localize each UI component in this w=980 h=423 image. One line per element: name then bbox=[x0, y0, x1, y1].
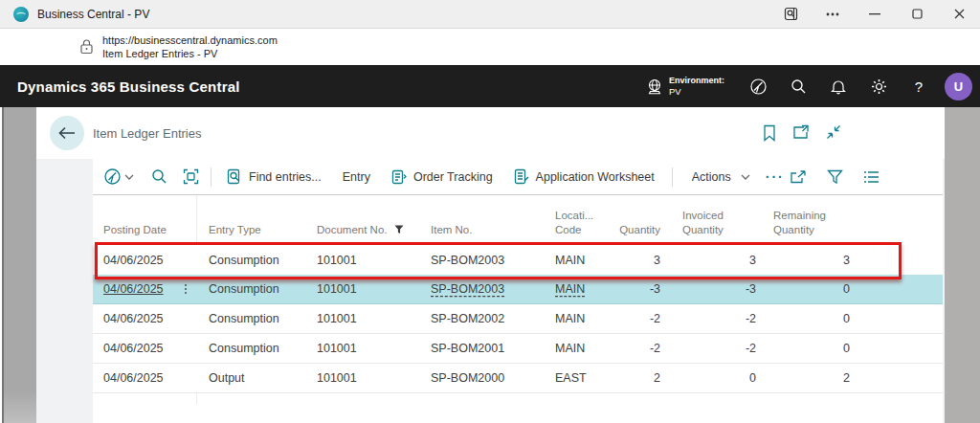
cell-remaining-quantity[interactable]: 0 bbox=[773, 312, 850, 325]
cell-posting-date[interactable]: 04/06/2025 bbox=[103, 254, 164, 267]
cell-posting-date[interactable]: 04/06/2025 bbox=[103, 342, 164, 355]
environment-indicator[interactable]: Environment: PV bbox=[646, 65, 724, 107]
column-invoiced-quantity[interactable]: InvoicedQuantity bbox=[682, 209, 756, 237]
browser-more-menu[interactable] bbox=[812, 0, 854, 29]
cell-remaining-quantity[interactable]: 3 bbox=[773, 254, 850, 267]
application-worksheet-icon bbox=[514, 168, 529, 185]
dynamics365-apps-icon[interactable] bbox=[738, 65, 778, 107]
cell-quantity[interactable]: 3 bbox=[587, 254, 660, 267]
cell-item-no[interactable]: SP-BOM2000 bbox=[431, 371, 504, 385]
cell-invoiced-quantity[interactable]: -3 bbox=[682, 282, 756, 296]
app-header: Dynamics 365 Business Central Environmen… bbox=[0, 65, 980, 107]
list-toolbar: Find entries... Entry Order Tracking App… bbox=[93, 159, 943, 195]
column-document-no[interactable]: Document No. bbox=[317, 223, 404, 237]
right-background-strip bbox=[945, 107, 980, 423]
application-worksheet-label: Application Worksheet bbox=[536, 170, 655, 184]
cell-location-code[interactable]: EAST bbox=[555, 371, 587, 385]
open-in-window-icon[interactable] bbox=[792, 124, 810, 142]
window-maximize-button[interactable] bbox=[896, 0, 938, 29]
table-body: 04/06/2025 Consumption 101001 SP-BOM2003… bbox=[93, 245, 943, 393]
page-header: Item Ledger Entries bbox=[36, 107, 945, 159]
row-more-options-icon[interactable] bbox=[185, 284, 187, 294]
cell-entry-type[interactable]: Consumption bbox=[209, 254, 279, 267]
notifications-bell-icon[interactable] bbox=[818, 65, 858, 107]
help-icon[interactable]: ? bbox=[899, 65, 939, 107]
cell-document-no[interactable]: 101001 bbox=[317, 342, 357, 355]
column-item-no[interactable]: Item No. bbox=[431, 223, 472, 237]
product-title[interactable]: Dynamics 365 Business Central bbox=[17, 78, 240, 95]
cell-posting-date[interactable]: 04/06/2025 bbox=[103, 312, 164, 325]
browser-sidebar-search-icon[interactable] bbox=[769, 0, 812, 29]
cell-item-no[interactable]: SP-BOM2002 bbox=[431, 312, 504, 325]
chevron-down-icon bbox=[124, 174, 134, 180]
copilot-menu-icon[interactable] bbox=[103, 167, 134, 186]
column-remaining-quantity[interactable]: RemainingQuantity bbox=[773, 209, 850, 237]
cell-quantity[interactable]: -2 bbox=[587, 342, 660, 355]
cell-item-no[interactable]: SP-BOM2003 bbox=[431, 282, 504, 296]
cell-remaining-quantity[interactable]: 0 bbox=[773, 342, 850, 355]
actions-label: Actions bbox=[692, 170, 731, 184]
table-row[interactable]: 04/06/2025 Consumption 101001 SP-BOM2003… bbox=[93, 245, 943, 275]
cell-invoiced-quantity[interactable]: -2 bbox=[682, 342, 756, 355]
cell-document-no[interactable]: 101001 bbox=[317, 254, 357, 267]
cell-item-no[interactable]: SP-BOM2001 bbox=[431, 342, 504, 355]
screen: Business Central - PV https://busines bbox=[0, 0, 980, 423]
back-button[interactable] bbox=[50, 116, 84, 150]
cell-quantity[interactable]: 2 bbox=[587, 371, 660, 385]
toolbar-divider bbox=[211, 167, 212, 187]
search-list-icon[interactable] bbox=[151, 168, 167, 185]
find-entries-icon bbox=[227, 168, 242, 185]
user-avatar[interactable]: U bbox=[945, 73, 972, 100]
column-quantity[interactable]: Quantity bbox=[587, 223, 660, 237]
bookmark-icon[interactable] bbox=[763, 124, 776, 142]
entry-menu-button[interactable]: Entry bbox=[343, 170, 370, 184]
column-posting-date[interactable]: Posting Date bbox=[103, 223, 167, 237]
cell-quantity[interactable]: -2 bbox=[587, 312, 660, 325]
cell-remaining-quantity[interactable]: 0 bbox=[773, 282, 850, 296]
order-tracking-button[interactable]: Order Tracking bbox=[391, 168, 493, 185]
list-view-icon[interactable] bbox=[863, 170, 880, 184]
cell-entry-type[interactable]: Output bbox=[209, 371, 245, 385]
cell-posting-date[interactable]: 04/06/2025 bbox=[103, 282, 164, 296]
analyze-icon[interactable] bbox=[183, 168, 199, 185]
actions-menu-button[interactable]: Actions bbox=[692, 170, 750, 184]
cell-location-code[interactable]: MAIN bbox=[555, 254, 585, 267]
cell-document-no[interactable]: 101001 bbox=[317, 282, 357, 296]
table-row-selected[interactable]: 04/06/2025 Consumption 101001 SP-BOM2003… bbox=[93, 275, 943, 304]
table-row[interactable]: 04/06/2025 Consumption 101001 SP-BOM2002… bbox=[93, 304, 943, 334]
application-worksheet-button[interactable]: Application Worksheet bbox=[514, 168, 655, 185]
table-row[interactable]: 04/06/2025 Consumption 101001 SP-BOM2001… bbox=[93, 334, 943, 364]
environment-globe-icon bbox=[646, 78, 663, 95]
order-tracking-label: Order Tracking bbox=[413, 170, 493, 184]
page-url[interactable]: https://businesscentral.dynamics.com bbox=[102, 33, 278, 47]
window-title: Business Central - PV bbox=[37, 8, 149, 21]
cell-posting-date[interactable]: 04/06/2025 bbox=[103, 371, 164, 385]
cell-entry-type[interactable]: Consumption bbox=[209, 312, 279, 325]
cell-invoiced-quantity[interactable]: 0 bbox=[682, 371, 756, 385]
search-icon[interactable] bbox=[778, 65, 818, 107]
table-row[interactable]: 04/06/2025 Output 101001 SP-BOM2000 EAST… bbox=[93, 364, 943, 393]
column-entry-type[interactable]: Entry Type bbox=[209, 223, 261, 237]
window-close-button[interactable] bbox=[938, 0, 980, 29]
entry-label: Entry bbox=[343, 170, 370, 184]
cell-invoiced-quantity[interactable]: 3 bbox=[682, 254, 756, 267]
settings-gear-icon[interactable] bbox=[858, 65, 899, 107]
cell-invoiced-quantity[interactable]: -2 bbox=[682, 312, 756, 325]
cell-location-code[interactable]: MAIN bbox=[555, 282, 585, 296]
cell-entry-type[interactable]: Consumption bbox=[209, 282, 279, 296]
more-options-button[interactable]: ··· bbox=[766, 169, 785, 185]
find-entries-button[interactable]: Find entries... bbox=[227, 168, 322, 185]
cell-entry-type[interactable]: Consumption bbox=[209, 342, 279, 355]
share-icon[interactable] bbox=[790, 169, 807, 185]
collapse-icon[interactable] bbox=[826, 124, 841, 142]
cell-document-no[interactable]: 101001 bbox=[317, 312, 357, 325]
filter-icon[interactable] bbox=[827, 169, 843, 185]
cell-item-no[interactable]: SP-BOM2003 bbox=[431, 254, 504, 267]
cell-location-code[interactable]: MAIN bbox=[555, 342, 585, 355]
cell-document-no[interactable]: 101001 bbox=[317, 371, 357, 385]
order-tracking-icon bbox=[391, 168, 407, 185]
cell-remaining-quantity[interactable]: 2 bbox=[773, 371, 850, 385]
window-minimize-button[interactable] bbox=[854, 0, 896, 29]
cell-quantity[interactable]: -3 bbox=[587, 282, 660, 296]
cell-location-code[interactable]: MAIN bbox=[555, 312, 585, 325]
